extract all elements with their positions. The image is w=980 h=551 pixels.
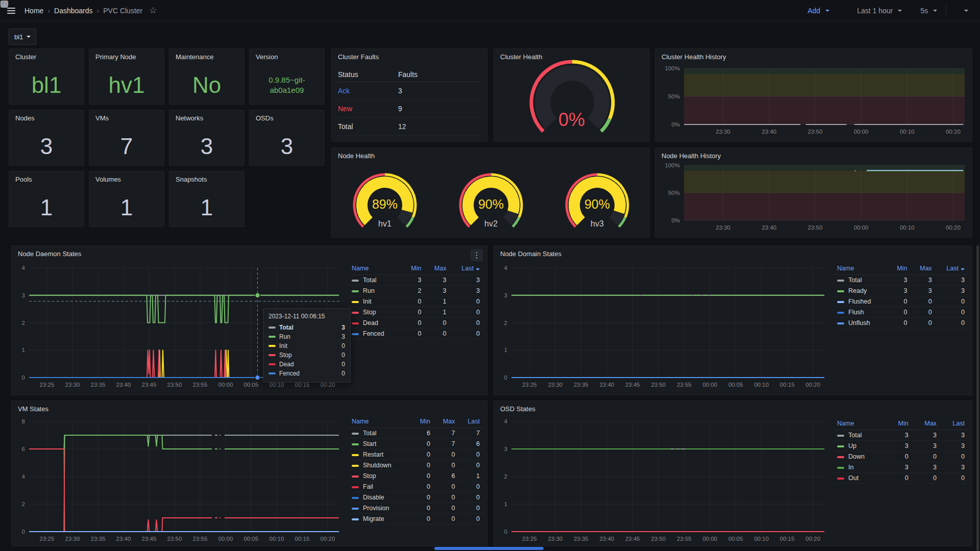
cluster-health-history-chart: 0%50%100%23:3023:4023:5000:0000:1000:20 xyxy=(655,49,973,142)
svg-text:23:40: 23:40 xyxy=(762,129,776,135)
svg-text:23:30: 23:30 xyxy=(65,536,80,542)
legend-series-label[interactable]: Fail xyxy=(349,482,411,492)
series-color-swatch xyxy=(352,290,359,292)
legend-series-label[interactable]: Dead xyxy=(349,318,402,329)
panel-menu-icon[interactable]: ⋮ xyxy=(471,249,483,261)
legend-series-label[interactable]: Out xyxy=(834,473,886,484)
legend-header-max[interactable]: Max xyxy=(910,263,935,275)
legend-series-label[interactable]: Up xyxy=(834,441,886,452)
legend-header-last[interactable]: Last xyxy=(940,418,968,430)
tooltip-row-run: Run3 xyxy=(268,332,345,341)
legend-value: 0 xyxy=(411,492,433,503)
vertical-scrollbar[interactable] xyxy=(976,245,979,551)
legend-series-label[interactable]: Total xyxy=(834,275,888,286)
breadcrumb-dashboards[interactable]: Dashboards xyxy=(54,7,93,15)
legend-series-label[interactable]: Total xyxy=(834,430,886,441)
panel-title: Cluster Faults xyxy=(338,53,379,61)
legend-header-name[interactable]: Name xyxy=(349,263,402,275)
legend-series-label[interactable]: In xyxy=(834,462,886,473)
legend-series-label[interactable]: Disable xyxy=(349,492,411,503)
legend-series-label[interactable]: Ready xyxy=(834,286,888,296)
legend-header-max[interactable]: Max xyxy=(912,418,940,430)
legend-value: 0 xyxy=(449,329,483,339)
refresh-button[interactable]: 5s xyxy=(920,7,937,15)
stat-value: 1 xyxy=(89,189,164,227)
legend-series-label[interactable]: Provision xyxy=(349,503,411,514)
legend-header-name[interactable]: Name xyxy=(349,416,411,428)
horizontal-scrollbar[interactable] xyxy=(434,547,544,550)
legend-series-label[interactable]: Start xyxy=(349,439,411,449)
toolbar-expand-button[interactable] xyxy=(964,10,968,12)
svg-text:3: 3 xyxy=(504,292,507,298)
legend-value: 6 xyxy=(458,439,483,449)
favorite-star-icon[interactable]: ☆ xyxy=(149,5,157,16)
legend-series-label[interactable]: Restart xyxy=(349,449,411,460)
legend-header-last[interactable]: Last xyxy=(458,416,483,428)
legend-header-last[interactable]: Last xyxy=(935,263,968,275)
legend-series-label[interactable]: Flush xyxy=(834,307,888,318)
legend-series-label[interactable]: Stop xyxy=(349,307,402,318)
stat-panel-pools: Pools1 xyxy=(9,171,84,227)
add-button[interactable]: Add xyxy=(807,7,829,15)
legend-header-last[interactable]: Last xyxy=(449,263,483,275)
breadcrumb-home[interactable]: Home xyxy=(24,7,43,15)
refresh-interval-label: 5s xyxy=(920,7,928,15)
svg-text:00:20: 00:20 xyxy=(805,536,820,542)
legend-series-label[interactable]: Total xyxy=(349,275,402,286)
series-color-swatch xyxy=(352,497,359,499)
legend-series-label[interactable]: Fenced xyxy=(349,329,402,339)
legend-header-min[interactable]: Min xyxy=(886,418,912,430)
svg-text:0: 0 xyxy=(504,374,507,381)
legend-series-label[interactable]: Unflush xyxy=(834,318,888,329)
svg-text:0%: 0% xyxy=(671,217,680,223)
tooltip-row-fenced: Fenced0 xyxy=(268,369,345,378)
legend-series-label[interactable]: Flushed xyxy=(834,296,888,307)
legend-header-max[interactable]: Max xyxy=(424,263,449,275)
stat-value: 7 xyxy=(89,128,164,165)
legend-value: 0 xyxy=(910,318,935,329)
legend-value: 3 xyxy=(935,286,968,296)
legend-series-label[interactable]: Down xyxy=(834,452,886,462)
legend-series-label[interactable]: Shutdown xyxy=(349,460,411,471)
legend-header-name[interactable]: Name xyxy=(834,418,886,430)
breadcrumb-separator: › xyxy=(47,7,50,15)
variable-dropdown[interactable]: bl1 xyxy=(9,29,36,45)
legend-value: 3 xyxy=(888,275,910,286)
series-color-swatch xyxy=(268,372,276,374)
svg-text:23:55: 23:55 xyxy=(193,382,208,388)
series-color-swatch xyxy=(837,312,844,314)
monitor-icon xyxy=(0,0,9,8)
svg-text:23:35: 23:35 xyxy=(574,536,589,542)
series-color-swatch xyxy=(837,322,844,324)
legend-row-init: Init010 xyxy=(349,296,483,307)
legend-header-min[interactable]: Min xyxy=(411,416,433,428)
stat-value: 1 xyxy=(169,189,244,227)
fault-status: Total xyxy=(338,122,398,131)
legend-value: 3 xyxy=(935,275,968,286)
svg-text:00:20: 00:20 xyxy=(946,224,961,231)
series-color-swatch xyxy=(837,301,844,303)
stat-panel-maintenance: MaintenanceNo xyxy=(169,48,244,105)
legend-series-label[interactable]: Total xyxy=(349,428,411,439)
time-range-picker[interactable]: Last 1 hour xyxy=(857,7,902,15)
series-color-swatch xyxy=(352,518,359,520)
svg-text:100%: 100% xyxy=(665,65,680,71)
legend-series-label[interactable]: Stop xyxy=(349,471,411,482)
tooltip-row-stop: Stop0 xyxy=(268,350,345,360)
legend-row-ready: Ready333 xyxy=(834,286,968,296)
fault-status[interactable]: Ack xyxy=(338,87,398,95)
legend-value: 0 xyxy=(912,452,940,462)
stat-panel-osds: OSDs3 xyxy=(249,110,325,166)
fault-status[interactable]: New xyxy=(338,105,398,113)
series-color-swatch xyxy=(352,312,359,314)
legend-header-min[interactable]: Min xyxy=(402,263,424,275)
legend-series-label[interactable]: Run xyxy=(349,286,402,296)
legend-series-label[interactable]: Init xyxy=(349,296,402,307)
legend-header-name[interactable]: Name xyxy=(834,263,888,275)
legend-series-label[interactable]: Migrate xyxy=(349,514,411,524)
legend-header-max[interactable]: Max xyxy=(433,416,458,428)
legend-header-min[interactable]: Min xyxy=(888,263,910,275)
legend-value: 0 xyxy=(458,482,483,492)
legend-value: 0 xyxy=(433,503,458,514)
stat-title: Nodes xyxy=(15,114,35,122)
